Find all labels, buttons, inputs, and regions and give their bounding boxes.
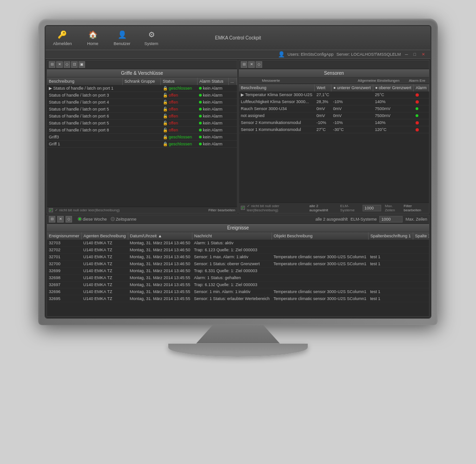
monitor-body: 🔑 Abmelden 🏠 Home 👤 Benutzer ⚙ System xyxy=(38,19,438,325)
sensor-col-wert[interactable]: Wert xyxy=(315,84,331,91)
ev-objekt: Temperature climatic sensor 3000-U2S SCo… xyxy=(271,288,368,295)
events-row[interactable]: 32696 U140 EMKA TZ Montag, 31. März 2014… xyxy=(47,288,429,295)
ptb-btn-2[interactable]: ✕ xyxy=(56,61,63,68)
all-selected-label: alle 2 ausgewählt xyxy=(315,217,348,222)
events-row[interactable]: 32703 U140 EMKA TZ Montag, 31. März 2014… xyxy=(47,240,429,247)
events-row[interactable]: 32700 U140 EMKA TZ Montag, 31. März 2014… xyxy=(47,260,429,267)
radio-diese-woche[interactable]: diese Woche xyxy=(78,217,107,222)
griffe-filter-button[interactable]: Filter bearbeiten xyxy=(208,208,235,212)
griffe-status: 🔓 offen xyxy=(161,126,198,133)
sensoren-row[interactable]: Sensor 2 Kommunikationsmodul -10% -10% 1… xyxy=(239,119,429,126)
ev-col-datum[interactable]: Datum/Uhrzeit ▲ xyxy=(128,232,192,240)
ev-sb1 xyxy=(368,246,413,253)
events-row[interactable]: 32699 U140 EMKA TZ Montag, 31. März 2014… xyxy=(47,267,429,274)
monitor-wrapper: 🔑 Abmelden 🏠 Home 👤 Benutzer ⚙ System xyxy=(29,19,447,446)
window-close-icon[interactable]: ✕ xyxy=(420,52,427,57)
col-beschreibung[interactable]: Beschreibung xyxy=(47,78,122,85)
abmelden-button[interactable]: 🔑 Abmelden xyxy=(49,28,76,48)
home-button[interactable]: 🏠 Home xyxy=(81,28,105,48)
col-alarm[interactable]: Alarm Status xyxy=(197,78,228,85)
sensor-col-oberer[interactable]: ● oberer Grenzwert xyxy=(373,84,413,91)
sensor-col-desc[interactable]: Beschreibung xyxy=(239,84,315,91)
radio-zeitspanne[interactable]: Zeitspanne xyxy=(111,217,137,222)
monitor-screen: 🔑 Abmelden 🏠 Home 👤 Benutzer ⚙ System xyxy=(45,25,431,319)
sensoren-row[interactable]: ▶ Temperatur Klima Sensor 3000-U2S 27,1°… xyxy=(239,91,429,98)
main-panels: ⊟ ✕ ◇ ⊡ ▣ Griffe & Verschlüsse Besc xyxy=(46,59,430,215)
griffe-desc: Griff3 xyxy=(47,133,122,140)
griffe-gruppe xyxy=(122,140,160,147)
ev-ptb-3[interactable]: ◇ xyxy=(66,216,72,222)
elm-systeme-input[interactable] xyxy=(379,216,403,222)
events-row[interactable]: 32698 U140 EMKA TZ Montag, 31. März 2014… xyxy=(47,274,429,281)
events-row[interactable]: 32695 U140 EMKA TZ Montag, 31. März 2014… xyxy=(47,295,429,302)
sensoren-ptb-1[interactable]: ⊟ xyxy=(241,61,247,68)
ptb-btn-5[interactable]: ▣ xyxy=(79,61,85,68)
sensoren-ptb-3[interactable]: ◇ xyxy=(256,61,262,68)
ev-col-agent[interactable]: Agenten Beschreibung xyxy=(81,232,128,240)
sensor-unterer xyxy=(331,91,373,98)
griffe-row[interactable]: Griff3 🔒 geschlossen kein Alarm xyxy=(47,133,237,140)
monitor-stand-top xyxy=(196,325,280,344)
griffe-filter-checkbox[interactable]: ✓ xyxy=(49,208,53,212)
ev-col-nr[interactable]: Ereignisnummer xyxy=(47,232,81,240)
ev-datum: Montag, 31. März 2014 13:46:50 xyxy=(128,246,192,253)
griffe-row[interactable]: ▶ Status of handle / latch on port 1 🔒 g… xyxy=(47,85,237,92)
sensor-col-unterer[interactable]: ● unterer Grenzwert xyxy=(331,84,373,91)
griffe-row[interactable]: Status of handle / latch on port 4 🔓 off… xyxy=(47,98,237,105)
griffe-row[interactable]: Status of handle / latch on port 3 🔓 off… xyxy=(47,91,237,98)
ev-col-nachricht[interactable]: Nachricht xyxy=(192,232,271,240)
events-title: Ereignisse xyxy=(47,224,429,232)
sensor-unterer: -10% xyxy=(331,119,373,126)
system-button[interactable]: ⚙ System xyxy=(140,28,163,48)
ev-s1 xyxy=(413,281,429,288)
ev-ptb-1[interactable]: ⊟ xyxy=(49,216,55,222)
griffe-row[interactable]: Status of handle / latch on port 8 🔓 off… xyxy=(47,126,237,133)
monitor-stand-base xyxy=(168,344,308,357)
ptb-btn-4[interactable]: ⊡ xyxy=(71,61,78,68)
elm-input[interactable] xyxy=(363,205,381,211)
griffe-gruppe xyxy=(122,98,160,105)
griffe-row[interactable]: Griff 1 🔒 geschlossen kein Alarm xyxy=(47,140,237,147)
griffe-alarm: kein Alarm xyxy=(197,140,228,147)
col-more[interactable]: ... xyxy=(228,78,237,85)
sensoren-row[interactable]: not assigned 0mV 0mV 7500mV xyxy=(239,112,429,119)
ev-nr: 32703 xyxy=(47,240,81,247)
griffe-status: 🔒 geschlossen xyxy=(161,85,198,92)
max-zeilen-label: Max. Zeilen xyxy=(405,217,427,222)
griffe-gruppe xyxy=(122,91,160,98)
ev-nr: 32699 xyxy=(47,267,81,274)
griffe-row[interactable]: Status of handle / latch on port 5 🔓 off… xyxy=(47,105,237,112)
benutzer-button[interactable]: 👤 Benutzer xyxy=(110,28,134,48)
events-row[interactable]: 32702 U140 EMKA TZ Montag, 31. März 2014… xyxy=(47,246,429,253)
window-minimize-icon[interactable]: ─ xyxy=(403,52,409,57)
griffe-row[interactable]: Status of handle / latch on port 6 🔓 off… xyxy=(47,112,237,119)
ev-col-sb1[interactable]: Spaltenbeschriftung 1 xyxy=(368,232,413,240)
ev-ptb-2[interactable]: ✕ xyxy=(57,216,64,222)
col-status[interactable]: Status xyxy=(161,78,198,85)
ptb-btn-3[interactable]: ◇ xyxy=(64,61,70,68)
griffe-row[interactable]: Status of handle / latch on port 5 🔓 off… xyxy=(47,119,237,126)
griffe-status: 🔒 geschlossen xyxy=(161,140,198,147)
sensor-desc: Luftfeuchtigkeit Klima Sensor 3000... xyxy=(239,98,315,105)
griffe-status: 🔓 offen xyxy=(161,112,198,119)
griffe-alarm: kein Alarm xyxy=(197,133,228,140)
griffe-table-container: Beschreibung Schrank Gruppe Status Alarm… xyxy=(47,78,237,207)
ptb-btn-1[interactable]: ⊟ xyxy=(49,61,55,68)
sensoren-row[interactable]: Sensor 1 Kommunikationsmodul 27°C -30°C … xyxy=(239,126,429,133)
sensoren-filter-checkbox[interactable]: ✓ xyxy=(241,206,245,210)
sensor-col-alarm[interactable]: Alarm xyxy=(414,84,429,91)
sensoren-row[interactable]: Luftfeuchtigkeit Klima Sensor 3000... 28… xyxy=(239,98,429,105)
ev-nachricht: Sensor: 1 Status: oberer Grenzwert xyxy=(192,260,271,267)
ev-s1 xyxy=(413,260,429,267)
ev-col-s1[interactable]: Spalte 1 xyxy=(413,232,429,240)
sensoren-panel-title: Sensoren xyxy=(239,69,429,78)
sensoren-row[interactable]: Rauch Sensor 3000-U34 0mV 0mV 7500mV xyxy=(239,105,429,112)
col-gruppe[interactable]: Schrank Gruppe xyxy=(122,78,160,85)
ev-col-objekt[interactable]: Objekt Beschreibung xyxy=(271,232,368,240)
events-row[interactable]: 32697 U140 EMKA TZ Montag, 31. März 2014… xyxy=(47,281,429,288)
sensoren-ptb-2[interactable]: ✕ xyxy=(248,61,255,68)
sensoren-filter-button[interactable]: Filter bearbeiten xyxy=(403,204,427,212)
window-maximize-icon[interactable]: □ xyxy=(412,52,417,57)
ev-objekt xyxy=(271,274,368,281)
events-row[interactable]: 32701 U140 EMKA TZ Montag, 31. März 2014… xyxy=(47,253,429,260)
